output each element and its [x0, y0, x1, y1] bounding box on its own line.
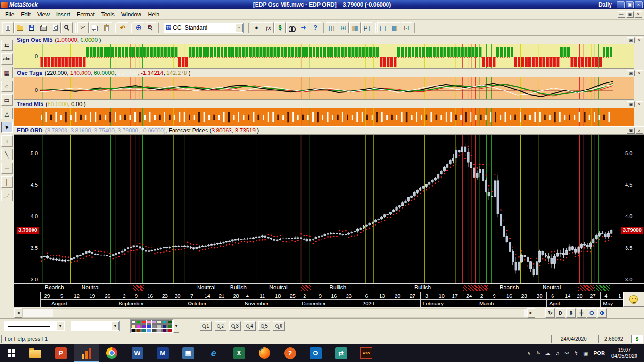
- expert-advisor-button[interactable]: ƒx: [263, 22, 274, 33]
- menu-tools[interactable]: Tools: [98, 10, 118, 19]
- taskbar-chrome[interactable]: [99, 344, 124, 362]
- open-chart-button[interactable]: [14, 22, 25, 33]
- periodicity-button[interactable]: D: [556, 308, 565, 318]
- panel-restore-button[interactable]: ▣: [627, 128, 635, 134]
- layout-grid-button[interactable]: ▥: [389, 22, 400, 33]
- close-button[interactable]: ×: [635, 1, 643, 8]
- tile-horizontal-button[interactable]: ⊞: [338, 22, 349, 33]
- line-style-combo[interactable]: ▼: [4, 321, 65, 331]
- color-swatch[interactable]: [147, 324, 151, 328]
- panel-restore-button[interactable]: ▣: [627, 101, 635, 107]
- panel-close-button[interactable]: ×: [636, 128, 643, 134]
- panel-close-button[interactable]: ×: [636, 37, 643, 43]
- menu-insert[interactable]: Insert: [53, 10, 74, 19]
- zoom-page-button[interactable]: [61, 22, 73, 33]
- undo-button[interactable]: ↶: [117, 22, 128, 33]
- tray-pen-icon[interactable]: ✎: [534, 350, 543, 356]
- zoom-preset-1-button[interactable]: 1: [200, 321, 212, 331]
- mdi-minimize-button[interactable]: —: [618, 11, 625, 18]
- color-swatch[interactable]: [131, 320, 136, 324]
- zoom-in-button[interactable]: ⊕: [597, 308, 607, 318]
- color-swatch[interactable]: [152, 320, 157, 324]
- mdi-restore-button[interactable]: ▣: [626, 11, 634, 18]
- downloader-button[interactable]: ➜: [298, 22, 309, 33]
- color-swatch[interactable]: [167, 324, 172, 328]
- mdi-close-button[interactable]: ×: [635, 11, 642, 18]
- color-swatch[interactable]: [147, 320, 151, 324]
- palette-arrow-icon[interactable]: ▼: [173, 320, 179, 333]
- tray-network-icon[interactable]: ↯: [571, 350, 581, 356]
- start-button[interactable]: [0, 344, 23, 362]
- price-panel[interactable]: 5.05.04.54.54.04.03.53.53.03.03.790003.7…: [14, 135, 644, 283]
- tray-expand-icon[interactable]: ∧: [524, 350, 534, 356]
- vertical-line-tool-button[interactable]: │: [1, 176, 13, 188]
- menu-edit[interactable]: Edit: [17, 10, 34, 19]
- show-desktop-button[interactable]: [641, 344, 643, 362]
- zoom-out-button[interactable]: ⊖: [587, 308, 596, 318]
- combo-arrow-icon[interactable]: ▼: [111, 322, 119, 330]
- color-swatch[interactable]: [162, 324, 167, 328]
- zoom-preset-3-button[interactable]: 3: [229, 321, 241, 331]
- language-indicator[interactable]: POR: [590, 350, 608, 356]
- maximize-button[interactable]: ▣: [626, 1, 634, 8]
- fibonacci-tool-button[interactable]: ⋰: [1, 190, 13, 201]
- zoom-preset-4-button[interactable]: 4: [244, 321, 256, 331]
- tray-mail-icon[interactable]: ✉: [562, 350, 571, 356]
- save-chart-button[interactable]: [26, 22, 37, 33]
- indicator-combo[interactable]: TFCCI-Standard▼: [164, 23, 244, 33]
- sign-osc-panel[interactable]: 0: [14, 44, 634, 69]
- panel-close-button[interactable]: ×: [636, 101, 643, 107]
- taskbar-internet-explorer[interactable]: e: [201, 344, 226, 362]
- layout-charts-button[interactable]: ▤: [377, 22, 388, 33]
- zoom-preset-5-button[interactable]: 5: [258, 321, 270, 331]
- scroll-left-button[interactable]: ◀: [14, 308, 22, 318]
- pan-button[interactable]: ╋: [577, 308, 586, 318]
- taskbar-metastock-chart[interactable]: [74, 344, 99, 362]
- color-swatch[interactable]: [136, 324, 141, 328]
- rectangle-tool-button[interactable]: ▭: [1, 94, 13, 106]
- taskbar-metastock[interactable]: M: [150, 344, 175, 362]
- scrollbar-thumb[interactable]: [53, 309, 524, 317]
- crosshair-button[interactable]: ⊕: [133, 22, 144, 33]
- arrange-icons-button[interactable]: ◫: [326, 22, 337, 33]
- color-swatch[interactable]: [157, 329, 162, 332]
- taskbar-word[interactable]: W: [124, 344, 150, 362]
- color-swatch[interactable]: [152, 329, 157, 332]
- triangle-tool-button[interactable]: △: [1, 108, 13, 119]
- tile-vertical-button[interactable]: ▦: [349, 22, 361, 33]
- taskbar-help[interactable]: ?: [277, 344, 303, 362]
- panel-close-button[interactable]: ×: [636, 70, 643, 76]
- new-chart-button[interactable]: [2, 22, 14, 33]
- print-button[interactable]: [38, 22, 49, 33]
- taskbar-calculator[interactable]: ▦: [175, 344, 201, 362]
- taskbar-powerpoint[interactable]: P: [48, 344, 74, 362]
- clock[interactable]: 19:07 04/05/2020: [608, 347, 641, 359]
- color-swatch[interactable]: [131, 329, 136, 332]
- taskbar-firefox[interactable]: [252, 344, 277, 362]
- layout-single-button[interactable]: ⊡: [401, 22, 412, 33]
- panel-restore-button[interactable]: ▣: [627, 37, 635, 43]
- color-swatch[interactable]: [152, 324, 157, 328]
- context-help-button[interactable]: ?: [310, 22, 321, 33]
- pane-splitter-button[interactable]: ⇆: [1, 40, 13, 51]
- color-swatch[interactable]: [157, 320, 162, 324]
- securities-button[interactable]: $: [274, 22, 286, 33]
- color-swatch[interactable]: [141, 324, 146, 328]
- rescale-button[interactable]: ↻: [545, 308, 555, 318]
- zoom-in-button[interactable]: [145, 22, 156, 33]
- panel-restore-button[interactable]: ▣: [627, 70, 635, 76]
- taskbar-sync[interactable]: ⇄: [328, 344, 354, 362]
- menu-file[interactable]: File: [2, 10, 17, 19]
- expert-advisor-corner[interactable]: [623, 292, 644, 307]
- grid-tool-button[interactable]: ▦: [1, 67, 13, 78]
- color-swatch[interactable]: [136, 320, 141, 324]
- horizontal-scrollbar[interactable]: [22, 308, 527, 318]
- horizontal-line-tool-button[interactable]: ─: [1, 163, 13, 174]
- menu-format[interactable]: Format: [74, 10, 98, 19]
- menu-view[interactable]: View: [34, 10, 53, 19]
- tray-volume-icon[interactable]: ♫: [553, 350, 562, 356]
- taskbar-file-explorer[interactable]: [23, 344, 48, 362]
- taskbar-outlook[interactable]: O: [303, 344, 328, 362]
- color-swatch[interactable]: [131, 324, 136, 328]
- menu-help[interactable]: Help: [145, 10, 163, 19]
